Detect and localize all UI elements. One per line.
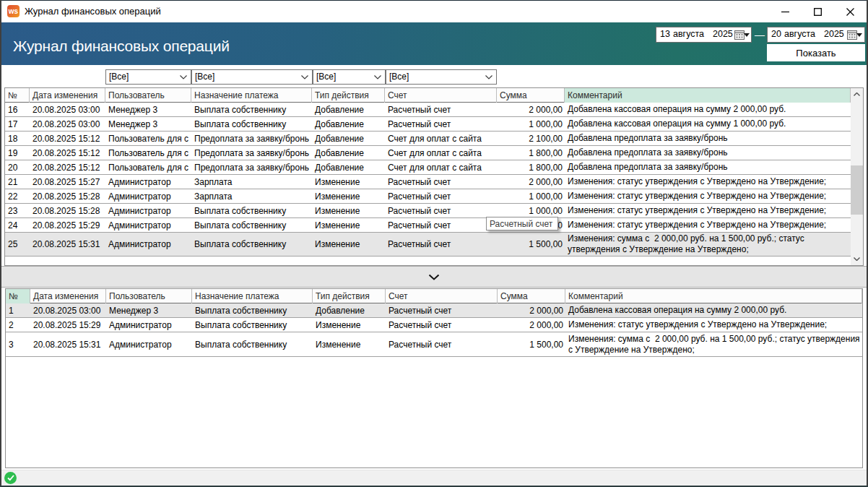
status-bar <box>1 470 867 486</box>
vertical-scrollbar[interactable] <box>851 88 863 265</box>
cell-no: 20 <box>5 160 30 174</box>
cell-date: 20.08.2025 03:00 <box>30 117 105 131</box>
cell-account: Расчетный счет <box>385 218 497 232</box>
table-row[interactable]: 1920.08.2025 15:12Пользователь для сПред… <box>5 146 863 160</box>
column-header-purpose[interactable]: Назначение платежа <box>191 88 312 103</box>
column-header-no[interactable]: № <box>5 88 30 103</box>
cell-no: 17 <box>5 117 30 131</box>
chevron-down-icon <box>180 75 187 79</box>
cell-purpose: Зарплата <box>191 189 312 203</box>
window-border-left <box>0 0 1 487</box>
cell-account: Счет для оплат с сайта <box>385 160 497 174</box>
cell-purpose: Выплата собственнику <box>191 204 312 217</box>
filter-combo-2[interactable]: [Все] <box>191 69 313 85</box>
cell-purpose: Выплата собственнику <box>192 318 313 332</box>
column-header-date[interactable]: Дата изменения <box>30 289 106 303</box>
cell-amount: 2 000,00 <box>497 103 565 116</box>
date-to-dropdown-icon[interactable] <box>856 33 862 37</box>
cell-date: 20.08.2025 15:12 <box>30 160 105 174</box>
cell-comment: Изменения: сумма с 2 000,00 руб. на 1 50… <box>565 332 862 356</box>
table-row[interactable]: 1620.08.2025 03:00Менеджер 3Выплата собс… <box>5 103 863 117</box>
cell-action: Добавление <box>312 160 385 174</box>
cell-date: 20.08.2025 15:31 <box>30 233 105 256</box>
cell-user: Администратор <box>105 175 191 189</box>
column-header-account[interactable]: Счет <box>385 88 497 103</box>
cell-date: 20.08.2025 03:00 <box>30 303 106 317</box>
cell-action: Добавление <box>312 103 385 116</box>
splitter-bar[interactable] <box>1 266 867 288</box>
column-header-amount[interactable]: Сумма <box>498 289 565 303</box>
cell-date: 20.08.2025 03:00 <box>30 103 105 116</box>
app-window: ws Журнал финансовых операций Журнал фин… <box>0 0 868 487</box>
column-header-action[interactable]: Тип действия <box>313 289 386 303</box>
cell-action: Изменение <box>312 189 385 203</box>
column-header-no[interactable]: № <box>6 289 30 303</box>
close-button[interactable] <box>834 1 867 22</box>
cell-purpose: Выплата собственнику <box>191 117 312 131</box>
chevron-down-icon <box>485 75 492 79</box>
date-range-dash: — <box>755 29 765 40</box>
date-from-day[interactable]: 13 <box>660 29 670 39</box>
column-header-amount[interactable]: Сумма <box>497 88 565 103</box>
table-row[interactable]: 120.08.2025 03:00Менеджер 3Выплата собст… <box>6 303 862 318</box>
window-title: Журнал финансовых операций <box>25 6 161 17</box>
cell-no: 19 <box>5 146 30 160</box>
cell-comment: Добавлена предоплата за заявку/бронь <box>565 132 851 145</box>
table-row[interactable]: 2520.08.2025 15:31АдминистраторВыплата с… <box>5 233 863 257</box>
filter-combo-1[interactable]: [Все] <box>105 69 191 85</box>
page-title: Журнал финансовых операций <box>13 38 230 55</box>
cell-amount: 1 500,00 <box>497 233 565 256</box>
date-from-month[interactable]: августа <box>673 29 704 39</box>
date-from-dropdown-icon[interactable] <box>744 33 750 37</box>
cell-comment: Добавлена предоплата за заявку/бронь <box>565 160 851 174</box>
cell-account: Расчетный счет <box>385 233 497 256</box>
date-from-picker[interactable]: 13 августа 2025 <box>656 27 752 43</box>
maximize-button[interactable] <box>802 1 834 22</box>
cell-account: Счет для оплат с сайта <box>385 146 497 160</box>
cell-amount: 1 500,00 <box>498 332 565 356</box>
column-header-purpose[interactable]: Назначение платежа <box>192 289 313 303</box>
date-to-month[interactable]: августа <box>784 29 815 39</box>
chevron-down-icon[interactable] <box>428 270 440 283</box>
scrollbar-thumb[interactable] <box>851 165 863 215</box>
table-row[interactable]: 2320.08.2025 15:28АдминистраторВыплата с… <box>5 204 863 218</box>
cell-action: Изменение <box>313 318 386 332</box>
column-header-user[interactable]: Пользователь <box>106 289 192 303</box>
table-row[interactable]: 2120.08.2025 15:27АдминистраторЗарплатаИ… <box>5 175 863 189</box>
scrollbar-up-button[interactable] <box>851 88 863 100</box>
column-header-comment[interactable]: Комментарий <box>565 289 862 303</box>
cell-purpose: Предоплата за заявку/бронь <box>191 146 312 160</box>
table-row[interactable]: 1720.08.2025 03:00Менеджер 3Выплата собс… <box>5 117 863 132</box>
history-table: №Дата измененияПользовательНазначение пл… <box>5 288 863 468</box>
filter-combo-value: [Все] <box>195 72 214 82</box>
scrollbar-down-button[interactable] <box>851 253 863 265</box>
calendar-icon <box>847 30 857 40</box>
table-row[interactable]: 2020.08.2025 15:12Пользователь для сПред… <box>5 160 863 175</box>
table-row[interactable]: 1820.08.2025 15:12Пользователь для сПред… <box>5 132 863 146</box>
table-row[interactable]: 320.08.2025 15:31АдминистраторВыплата со… <box>6 332 862 357</box>
date-to-picker[interactable]: 20 августа 2025 <box>767 27 865 43</box>
date-from-year[interactable]: 2025 <box>713 29 733 39</box>
show-button[interactable]: Показать <box>767 44 865 61</box>
column-header-date[interactable]: Дата изменения <box>30 88 105 103</box>
cell-action: Изменение <box>312 175 385 189</box>
filter-combo-3[interactable]: [Все] <box>313 69 386 85</box>
cell-date: 20.08.2025 15:29 <box>30 318 106 332</box>
cell-user: Администратор <box>106 332 192 356</box>
cell-account: Расчетный счет <box>386 332 498 356</box>
chevron-down-icon <box>854 257 860 261</box>
table-row[interactable]: 2220.08.2025 15:28АдминистраторЗарплатаИ… <box>5 189 863 204</box>
filter-combo-4[interactable]: [Все] <box>386 69 497 85</box>
date-to-day[interactable]: 20 <box>771 29 781 39</box>
minimize-button[interactable] <box>769 1 802 22</box>
cell-action: Изменение <box>313 332 386 356</box>
column-header-comment[interactable]: Комментарий <box>565 88 851 103</box>
table-row[interactable]: 2420.08.2025 15:29АдминистраторВыплата с… <box>5 218 863 233</box>
column-header-account[interactable]: Счет <box>386 289 498 303</box>
column-header-action[interactable]: Тип действия <box>312 88 385 103</box>
table-row[interactable]: 220.08.2025 15:29АдминистраторВыплата со… <box>6 318 862 332</box>
date-to-year[interactable]: 2025 <box>824 29 844 39</box>
cell-user: Менеджер 3 <box>105 117 191 131</box>
cell-date: 20.08.2025 15:28 <box>30 189 105 203</box>
column-header-user[interactable]: Пользователь <box>105 88 191 103</box>
